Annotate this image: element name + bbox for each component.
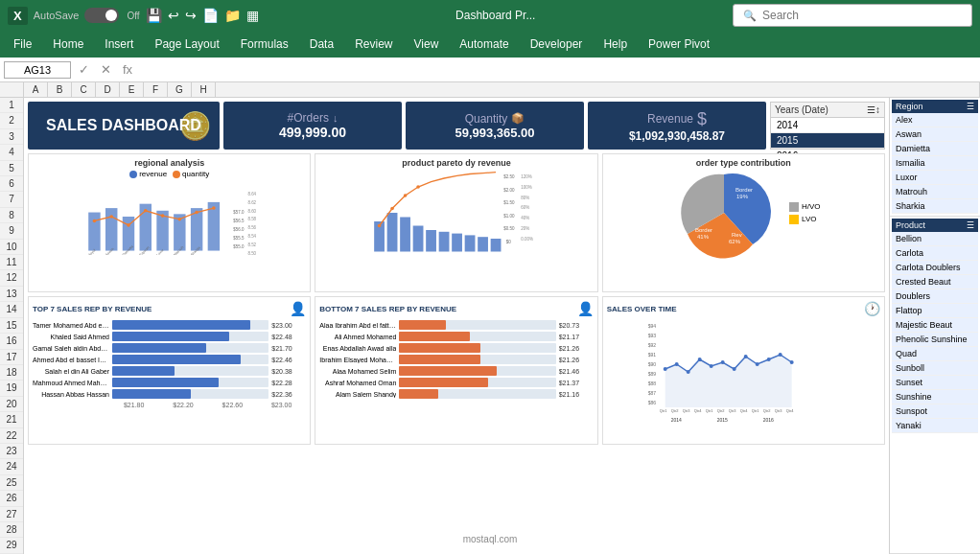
product-flattop[interactable]: Flattop xyxy=(892,304,978,318)
svg-text:$57.0: $57.0 xyxy=(233,210,245,215)
autosave-toggle[interactable] xyxy=(84,8,119,23)
product-bellion[interactable]: Bellion xyxy=(892,232,978,246)
menu-insert[interactable]: Insert xyxy=(95,34,143,55)
menu-data[interactable]: Data xyxy=(300,34,343,55)
col-e[interactable]: E xyxy=(120,82,144,97)
col-d[interactable]: D xyxy=(96,82,120,97)
sales-time-svg: $94 $93 $92 $91 $90 $89 $88 $87 $86 xyxy=(607,316,880,431)
redo-icon[interactable]: ↪ xyxy=(185,8,197,23)
product-sunset[interactable]: Sunset xyxy=(892,376,978,390)
orders-label: #Orders xyxy=(288,111,329,125)
product-sunboll[interactable]: Sunboll xyxy=(892,361,978,376)
menu-review[interactable]: Review xyxy=(345,34,402,55)
region-aswan[interactable]: Aswan xyxy=(892,127,978,142)
svg-point-87 xyxy=(755,362,758,366)
svg-text:Qtr2: Qtr2 xyxy=(716,408,725,413)
bottom7-name-0: Alaa Ibrahim Abd el fattah xyxy=(319,322,396,329)
top7-row-5: Mahmoud Ahmed Mahmoud $22.28 xyxy=(33,378,306,387)
row-1: 1 xyxy=(0,98,23,113)
year-2014[interactable]: 2014 xyxy=(771,118,884,133)
row-4: 4 xyxy=(0,145,23,160)
menu-help[interactable]: Help xyxy=(594,34,637,55)
svg-rect-44 xyxy=(478,237,488,251)
bottom7-row-4: Alaa Mohamed Selim $21.46 xyxy=(319,366,593,376)
undo-icon[interactable]: ↩ xyxy=(168,8,179,23)
product-quad[interactable]: Quad xyxy=(892,347,978,361)
fx-icon: fx xyxy=(119,62,136,77)
menu-view[interactable]: View xyxy=(405,34,449,55)
menu-formulas[interactable]: Formulas xyxy=(231,34,298,55)
row-18: 18 xyxy=(0,365,23,381)
region-damietta[interactable]: Damietta xyxy=(892,142,978,156)
product-crested-beaut[interactable]: Crested Beaut xyxy=(892,275,978,289)
row-13: 13 xyxy=(0,287,23,302)
col-g[interactable]: G xyxy=(168,82,192,97)
product-sunspot[interactable]: Sunspot xyxy=(892,404,978,419)
svg-point-90 xyxy=(789,360,793,364)
top7-track-1 xyxy=(112,332,268,341)
svg-text:8.54: 8.54 xyxy=(247,234,256,239)
table-icon[interactable]: ▦ xyxy=(246,8,259,23)
menu-automate[interactable]: Automate xyxy=(450,34,518,55)
orders-arrow: ↓ xyxy=(333,112,338,124)
print-icon[interactable]: 📄 xyxy=(202,8,219,23)
save-icon[interactable]: 💾 xyxy=(146,8,162,23)
region-slicer: Region ☰ Alex Aswan Damietta Ismailia Lu… xyxy=(890,98,980,217)
menu-home[interactable]: Home xyxy=(43,34,93,55)
region-filter-icon[interactable]: ☰ xyxy=(967,102,974,111)
menu-file[interactable]: File xyxy=(4,34,41,55)
kpi-revenue: Revenue $ $1,092,930,458.87 xyxy=(588,102,766,150)
col-a[interactable]: A xyxy=(24,82,48,97)
svg-marker-78 xyxy=(665,355,791,407)
bottom7-name-6: Alam Salem Shandy xyxy=(319,391,396,398)
row-17: 17 xyxy=(0,350,23,365)
regional-analysis-chart: regional analysis revenue quantity xyxy=(28,153,311,292)
region-luxor[interactable]: Luxor xyxy=(892,171,978,185)
year-2015[interactable]: 2015 xyxy=(771,133,884,149)
col-f[interactable]: F xyxy=(144,82,168,97)
formula-input[interactable] xyxy=(140,64,976,76)
cancel-formula-icon[interactable]: ✕ xyxy=(97,62,115,77)
bottom7-bars: Alaa Ibrahim Abd el fattah $20.73 Ali Ah… xyxy=(319,320,593,399)
product-filter-icon[interactable]: ☰ xyxy=(967,220,974,230)
bottom7-val-5: $21.37 xyxy=(559,380,594,386)
region-ismailia[interactable]: Ismailia xyxy=(892,156,978,171)
product-carlota[interactable]: Carlota xyxy=(892,246,978,261)
col-c[interactable]: C xyxy=(72,82,96,97)
bottom7-row-1: Ali Ahmed Mohamed $21.17 xyxy=(319,332,593,341)
bottom7-name-5: Ashraf Mohamed Oman xyxy=(319,380,396,386)
search-input[interactable] xyxy=(762,9,962,22)
col-h[interactable]: H xyxy=(192,82,216,97)
svg-rect-41 xyxy=(439,232,450,252)
watermark: mostaql.com xyxy=(455,532,525,546)
top7-val-4: $20.38 xyxy=(271,368,306,375)
search-box[interactable]: 🔍 xyxy=(733,4,972,27)
region-matrouh[interactable]: Matrouh xyxy=(892,185,978,199)
top7-x1: $22.20 xyxy=(173,402,193,408)
region-alex[interactable]: Alex xyxy=(892,113,978,127)
folder-icon[interactable]: 📁 xyxy=(224,8,241,23)
top7-chart: TOP 7 SALES REP BY REVENUE 👤 Tamer Moham… xyxy=(28,296,311,445)
product-sunshine[interactable]: Sunshine xyxy=(892,390,978,404)
year-filter-icon[interactable]: ☰↕ xyxy=(867,104,880,115)
check-icon[interactable]: ✓ xyxy=(75,62,93,77)
menubar: File Home Insert Page Layout Formulas Da… xyxy=(0,31,980,58)
product-doublers[interactable]: Doublers xyxy=(892,289,978,304)
top7-track-6 xyxy=(112,389,268,399)
product-phenolic-sunshine[interactable]: Phenolic Sunshine xyxy=(892,333,978,347)
svg-text:$2.00: $2.00 xyxy=(503,188,515,193)
product-carlota-doublers[interactable]: Carlota Doublers xyxy=(892,261,978,275)
product-majestic-beaut[interactable]: Majestic Beaut xyxy=(892,318,978,333)
menu-power-pivot[interactable]: Power Pivot xyxy=(639,34,719,55)
svg-text:Qtr3: Qtr3 xyxy=(774,408,782,413)
cell-reference[interactable]: AG13 xyxy=(4,61,71,79)
bottom7-val-6: $21.16 xyxy=(559,391,594,398)
col-rest xyxy=(216,82,980,97)
svg-text:20%: 20% xyxy=(521,226,529,231)
product-yanaki[interactable]: Yanaki xyxy=(892,419,978,433)
menu-page-layout[interactable]: Page Layout xyxy=(145,34,228,55)
col-b[interactable]: B xyxy=(48,82,72,97)
menu-developer[interactable]: Developer xyxy=(521,34,593,55)
region-sharkia[interactable]: Sharkia xyxy=(892,199,978,214)
bottom7-val-1: $21.17 xyxy=(559,334,594,340)
